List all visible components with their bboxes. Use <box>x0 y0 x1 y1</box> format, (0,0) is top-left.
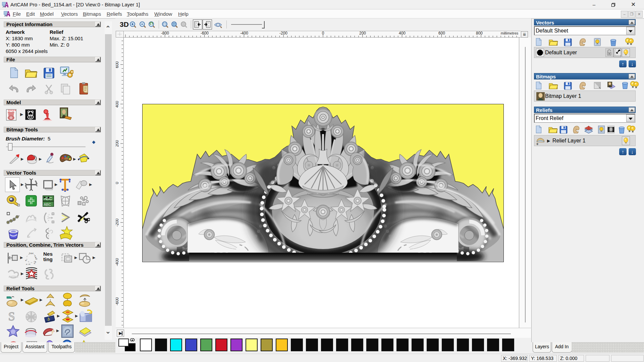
svg-text:800: 800 <box>476 31 483 36</box>
svg-text:t o n: t o n <box>34 255 38 260</box>
svg-text:t e x: t e x <box>29 252 34 254</box>
svg-text:600: 600 <box>438 31 445 36</box>
svg-text:S: S <box>8 310 15 323</box>
svg-text:e: e <box>24 259 27 262</box>
svg-text:u r v: u r v <box>25 263 30 265</box>
svg-text:400: 400 <box>399 31 406 36</box>
svg-text:-400: -400 <box>116 258 119 266</box>
svg-text:400: 400 <box>116 101 119 108</box>
svg-text:0: 0 <box>116 182 119 184</box>
svg-text:millimetres: millimetres <box>501 31 519 35</box>
svg-text:-600: -600 <box>116 297 119 305</box>
svg-text:+: + <box>536 141 539 146</box>
svg-text:-400: -400 <box>240 31 248 36</box>
svg-text:600: 600 <box>116 61 119 68</box>
svg-text:-600: -600 <box>201 31 209 36</box>
svg-text:ABC: ABC <box>44 202 51 206</box>
svg-text:-200: -200 <box>116 219 119 227</box>
svg-text:200: 200 <box>116 140 119 147</box>
svg-text:ting: ting <box>43 256 53 262</box>
svg-text:b: b <box>48 317 50 322</box>
